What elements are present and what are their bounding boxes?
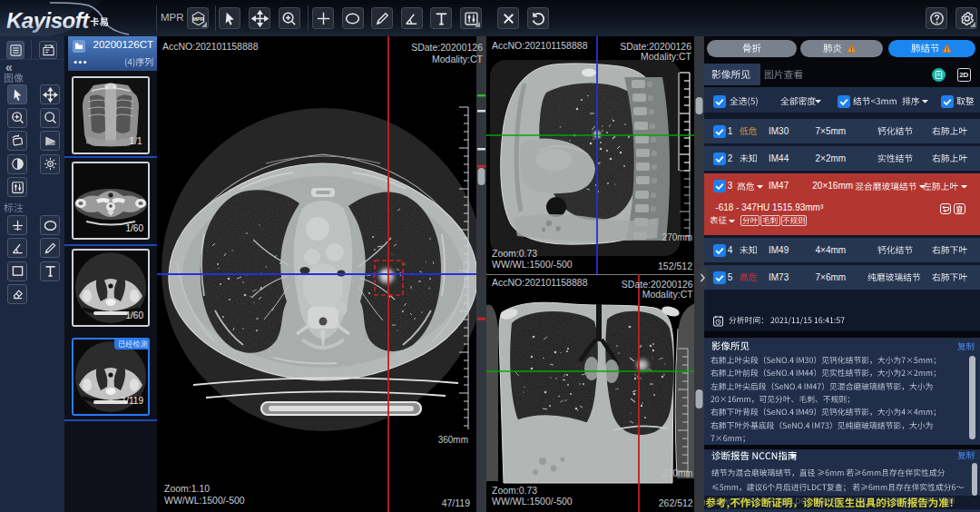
svg-text:MPR: MPR	[192, 15, 203, 21]
svg-text:Kayisoft: Kayisoft	[6, 8, 90, 33]
